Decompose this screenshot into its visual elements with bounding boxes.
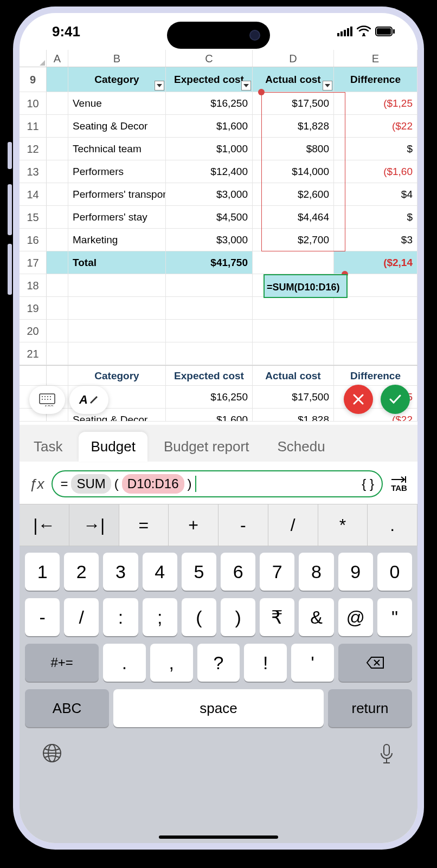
col-header-a[interactable]: A [47,50,68,67]
key-8[interactable]: 8 [299,553,333,591]
row-header[interactable]: 10 [20,92,47,114]
row-header[interactable]: 18 [20,274,47,296]
header-difference[interactable]: Difference [334,67,417,92]
braces-button[interactable]: { } [362,476,374,491]
key-,[interactable]: , [150,644,193,682]
key-"[interactable]: " [377,598,412,636]
row-header[interactable]: 9 [20,67,47,92]
row-header[interactable]: 12 [20,138,47,160]
cell-expected[interactable]: $4,500 [166,206,253,228]
cell-actual[interactable]: $1,828 [253,115,334,137]
dedent-key[interactable]: |← [20,504,69,546]
row-header[interactable]: 20 [20,320,47,342]
table-row[interactable]: 15Performers' stay$4,500$4,464$ [20,206,417,229]
row-header[interactable]: 14 [20,183,47,205]
key-2[interactable]: 2 [64,553,99,591]
star-key[interactable]: * [318,504,368,546]
cell-expected[interactable]: $1,000 [166,138,253,160]
key-9[interactable]: 9 [338,553,373,591]
tab-schedule[interactable]: Schedu [265,432,337,462]
key-([interactable]: ( [182,598,216,636]
globe-icon[interactable] [41,742,63,767]
equals-key[interactable]: = [119,504,169,546]
cell-category[interactable]: Seating & Decor [68,115,166,137]
filter-dropdown-icon[interactable] [323,81,332,90]
cell-expected[interactable]: $41,750 [166,251,253,274]
header-expected[interactable]: Expected cost [166,67,253,92]
cell-category[interactable]: Venue [68,92,166,114]
header-category[interactable]: Category [68,67,166,92]
cell-actual[interactable]: $800 [253,138,334,160]
slash-key[interactable]: / [268,504,318,546]
key-6[interactable]: 6 [221,553,255,591]
cell-difference[interactable]: ($1,60 [334,160,417,183]
table-row[interactable]: 12Technical team$1,000$800$ [20,138,417,160]
cell-actual[interactable]: $14,000 [253,160,334,183]
header-actual[interactable]: Actual cost [253,67,334,92]
plus-key[interactable]: + [169,504,218,546]
dot-key[interactable]: . [368,504,417,546]
formula-input[interactable]: = SUM ( D10:D16 ) { } [52,470,383,497]
col-header-b[interactable]: B [68,50,166,67]
cell-difference[interactable]: ($2,14 [334,251,417,274]
cell-actual[interactable]: $2,600 [253,183,334,205]
confirm-button[interactable] [381,385,410,414]
key-![interactable]: ! [244,644,287,682]
range-handle-icon[interactable] [258,89,265,95]
cell-expected[interactable]: $12,400 [166,160,253,183]
key-₹[interactable]: ₹ [260,598,294,636]
key--[interactable]: - [25,598,60,636]
cell-difference[interactable]: ($22 [334,115,417,137]
key-:[interactable]: : [103,598,138,636]
cell-actual[interactable]: $2,700 [253,229,334,251]
row-header[interactable]: 15 [20,206,47,228]
home-indicator[interactable] [159,835,278,839]
key-5[interactable]: 5 [182,553,216,591]
table-row[interactable]: 11Seating & Decor$1,600$1,828($22 [20,115,417,138]
table-row[interactable]: 13Performers$12,400$14,000($1,60 [20,160,417,183]
key-)[interactable]: ) [221,598,255,636]
filter-dropdown-icon[interactable] [241,81,251,90]
col-header-e[interactable]: E [334,50,417,67]
cell-expected[interactable]: $3,000 [166,183,253,205]
backspace-key[interactable] [338,644,412,682]
cell-expected[interactable]: $3,000 [166,229,253,251]
table-row[interactable]: 10Venue$16,250$17,500($1,25 [20,92,417,115]
row-header[interactable]: 16 [20,229,47,251]
key-'[interactable]: ' [291,644,334,682]
row-header[interactable]: 19 [20,297,47,319]
key-;[interactable]: ; [143,598,177,636]
key-&[interactable]: & [299,598,333,636]
space-key[interactable]: space [113,689,324,727]
cell-category[interactable]: Performers [68,160,166,183]
cell-expected[interactable]: $16,250 [166,92,253,114]
formula-range-chip[interactable]: D10:D16 [122,474,184,494]
abc-key[interactable]: ABC [25,689,109,727]
minus-key[interactable]: - [218,504,268,546]
col-header-c[interactable]: C [166,50,253,67]
cell-actual[interactable]: $17,500 [253,92,334,114]
tab-budget-report[interactable]: Budget report [152,432,261,462]
row-header[interactable]: 17 [20,251,47,274]
key-4[interactable]: 4 [143,553,177,591]
format-text-button[interactable]: A [69,386,108,414]
cell-expected[interactable]: $1,600 [166,115,253,137]
key-7[interactable]: 7 [260,553,294,591]
indent-key[interactable]: →| [69,504,119,546]
key-?[interactable]: ? [197,644,240,682]
select-all-corner[interactable] [20,50,47,67]
key-1[interactable]: 1 [25,553,60,591]
formula-function-chip[interactable]: SUM [71,474,111,494]
table-row[interactable]: 16Marketing$3,000$2,700$3 [20,229,417,251]
col-header-d[interactable]: D [253,50,334,67]
row-header[interactable]: 13 [20,160,47,183]
spreadsheet-grid[interactable]: A B C D E 9 Category Expected cost Actua… [20,50,417,423]
cell-category[interactable]: Performers' transport [68,183,166,205]
number-keyboard-toggle[interactable]: 123 [29,386,65,414]
cell-difference[interactable]: $ [334,138,417,160]
symbols-key[interactable]: #+= [25,644,99,682]
cell-difference[interactable]: $4 [334,183,417,205]
cell-difference[interactable]: ($1,25 [334,92,417,114]
mic-icon[interactable] [377,742,396,767]
active-cell[interactable]: =SUM(D10:D16) [264,274,348,298]
